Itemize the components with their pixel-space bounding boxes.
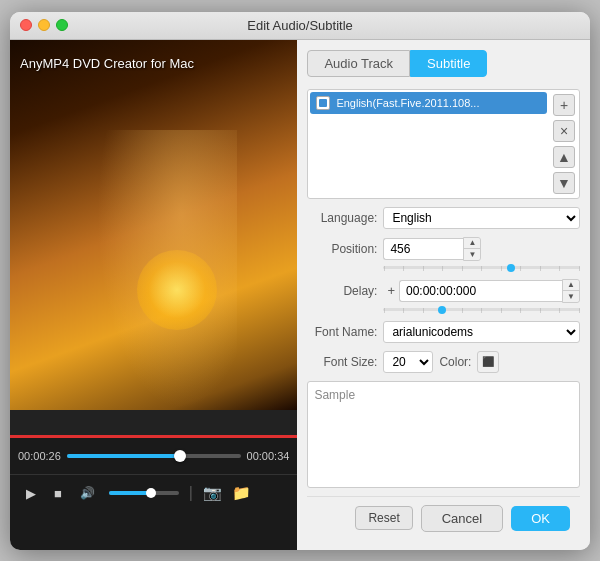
position-input[interactable]: [383, 238, 463, 260]
delay-input[interactable]: [399, 280, 562, 302]
volume-fill: [109, 491, 151, 495]
position-row: Position: ▲ ▼: [307, 237, 580, 261]
position-increment[interactable]: ▲: [464, 238, 480, 249]
subtitle-item-text: English(Fast.Five.2011.108...: [336, 97, 479, 109]
delay-slider-track: |||||||||||: [383, 308, 580, 311]
position-stepper: ▲ ▼: [383, 237, 481, 261]
cancel-button[interactable]: Cancel: [421, 505, 503, 532]
font-size-label: Font Size:: [307, 355, 377, 369]
video-watermark: AnyMP4 DVD Creator for Mac: [20, 56, 194, 71]
delay-stepper: ▲ ▼: [399, 279, 580, 303]
subtitle-list-area: English(Fast.Five.2011.108... + × ▲ ▼: [307, 89, 580, 199]
color-label: Color:: [439, 355, 471, 369]
timeline-bar: [10, 410, 297, 438]
tab-subtitle[interactable]: Subtitle: [410, 50, 487, 77]
font-name-row: Font Name: arialunicodems: [307, 321, 580, 343]
volume-slider[interactable]: [109, 491, 179, 495]
time-end: 00:00:34: [247, 450, 290, 462]
traffic-lights: [20, 19, 68, 31]
subtitle-item[interactable]: English(Fast.Five.2011.108...: [310, 92, 547, 114]
time-start: 00:00:26: [18, 450, 61, 462]
subtitle-checkbox-inner: [319, 99, 327, 107]
video-panel: AnyMP4 DVD Creator for Mac 00:00:26 00:0…: [10, 40, 297, 550]
position-stepper-btns: ▲ ▼: [463, 237, 481, 261]
delay-slider-thumb[interactable]: [438, 306, 446, 314]
sample-area: Sample: [307, 381, 580, 488]
bottom-bar: Reset Cancel OK: [307, 496, 580, 540]
controls-bar: ▶ ■ 🔊 | 📷 📁: [10, 474, 297, 512]
subtitle-list[interactable]: English(Fast.Five.2011.108...: [308, 90, 549, 198]
tab-audio-track[interactable]: Audio Track: [307, 50, 410, 77]
sample-label: Sample: [314, 388, 355, 402]
language-select[interactable]: English: [383, 207, 580, 229]
snapshot-icon[interactable]: 📷: [203, 484, 222, 502]
stop-button[interactable]: ■: [50, 484, 66, 503]
position-slider-thumb[interactable]: [507, 264, 515, 272]
window-title: Edit Audio/Subtitle: [247, 18, 353, 33]
position-slider-row: |||||||||||: [307, 265, 580, 271]
delay-slider[interactable]: |||||||||||: [383, 307, 580, 313]
minimize-button[interactable]: [38, 19, 50, 31]
scrubber-area: 00:00:26 00:00:34: [10, 438, 297, 474]
language-label: Language:: [307, 211, 377, 225]
position-slider[interactable]: |||||||||||: [383, 265, 580, 271]
move-up-button[interactable]: ▲: [553, 146, 575, 168]
font-name-select[interactable]: arialunicodems: [383, 321, 580, 343]
delay-row: Delay: + ▲ ▼: [307, 279, 580, 303]
position-label: Position:: [307, 242, 377, 256]
reset-button[interactable]: Reset: [355, 506, 412, 530]
delay-input-wrap: + ▲ ▼: [383, 279, 580, 303]
delay-sign: +: [383, 283, 399, 298]
move-down-button[interactable]: ▼: [553, 172, 575, 194]
close-button[interactable]: [20, 19, 32, 31]
list-side-buttons: + × ▲ ▼: [549, 90, 579, 198]
delay-stepper-btns: ▲ ▼: [562, 279, 580, 303]
position-slider-track: |||||||||||: [383, 266, 580, 269]
font-name-label: Font Name:: [307, 325, 377, 339]
content-area: AnyMP4 DVD Creator for Mac 00:00:26 00:0…: [10, 40, 590, 550]
edit-panel: Audio Track Subtitle English(Fast.Five.2…: [297, 40, 590, 550]
volume-thumb[interactable]: [146, 488, 156, 498]
remove-subtitle-button[interactable]: ×: [553, 120, 575, 142]
scrubber-thumb[interactable]: [174, 450, 186, 462]
delay-increment[interactable]: ▲: [563, 280, 579, 291]
volume-icon: 🔊: [76, 484, 99, 502]
figure-effect: [97, 130, 237, 410]
font-size-color-row: Font Size: 20 Color: ⬛: [307, 351, 580, 373]
maximize-button[interactable]: [56, 19, 68, 31]
scrubber-track[interactable]: [67, 454, 241, 458]
divider: |: [189, 484, 193, 502]
language-row: Language: English: [307, 207, 580, 229]
delay-label: Delay:: [307, 284, 377, 298]
color-picker-button[interactable]: ⬛: [477, 351, 499, 373]
scrubber-fill: [67, 454, 180, 458]
title-bar: Edit Audio/Subtitle: [10, 12, 590, 40]
delay-slider-row: |||||||||||: [307, 307, 580, 313]
add-subtitle-button[interactable]: +: [553, 94, 575, 116]
timeline-red-line: [10, 435, 297, 438]
tab-bar: Audio Track Subtitle: [307, 50, 580, 77]
position-decrement[interactable]: ▼: [464, 249, 480, 260]
folder-icon[interactable]: 📁: [232, 484, 251, 502]
play-button[interactable]: ▶: [22, 484, 40, 503]
main-window: Edit Audio/Subtitle AnyMP4 DVD Creator f…: [10, 12, 590, 550]
video-display: AnyMP4 DVD Creator for Mac: [10, 40, 297, 410]
font-size-select[interactable]: 20: [383, 351, 433, 373]
delay-decrement[interactable]: ▼: [563, 291, 579, 302]
subtitle-checkbox[interactable]: [316, 96, 330, 110]
ok-button[interactable]: OK: [511, 506, 570, 531]
